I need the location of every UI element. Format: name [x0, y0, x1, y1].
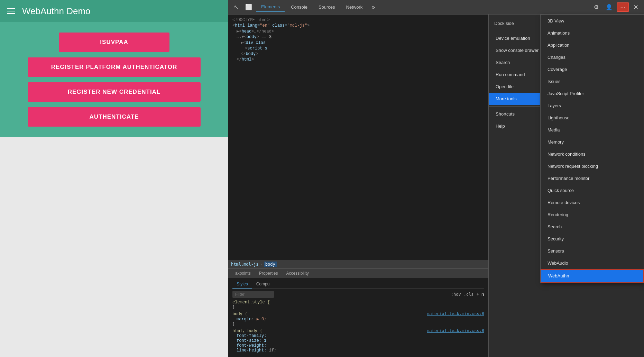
register-credential-button[interactable]: REGISTER NEW CREDENTIAL	[28, 82, 201, 102]
html-line-8: </html>	[232, 57, 484, 62]
profile-button[interactable]: 👤	[603, 2, 615, 12]
html-line-3: ▶<head>…</head>	[232, 28, 484, 34]
app-toolbar: WebAuthn Demo	[0, 0, 228, 22]
submenu-webauthn[interactable]: WebAuthn	[541, 269, 644, 283]
isuvpaa-button[interactable]: ISUVPAA	[59, 33, 169, 52]
bottom-tabs-bar: akpoints Properties Accessibility	[228, 269, 488, 278]
html-line-6: <script s	[232, 46, 484, 51]
settings-button[interactable]: ⚙	[591, 2, 601, 12]
css-rule-element-style: element.style { }	[232, 300, 484, 310]
css-rule-body: body { material.te…k.min.css:8 margin: ▶…	[232, 312, 484, 327]
submenu-remote-devices[interactable]: Remote devices	[541, 196, 644, 209]
html-source: <!DOCTYPE html> <html lang="en" class="m…	[228, 15, 488, 260]
html-line-2: <html lang="en" class="mdl-js">	[232, 23, 484, 28]
styles-tab-styles[interactable]: Styles	[232, 280, 252, 289]
add-style-button[interactable]: +	[477, 292, 479, 297]
submenu-search[interactable]: Search	[541, 221, 644, 233]
submenu-webaudio[interactable]: WebAudio	[541, 257, 644, 269]
device-icon-button[interactable]: ⬜	[242, 2, 255, 12]
submenu-performance-monitor[interactable]: Performance monitor	[541, 172, 644, 184]
more-tabs-button[interactable]: »	[369, 2, 378, 12]
submenu-animations[interactable]: Animations	[541, 27, 644, 39]
html-line-7: </body>	[232, 51, 484, 57]
devtools-topbar-right: ⚙ 👤 ⋯ ✕	[591, 2, 641, 12]
cls-button[interactable]: .cls	[464, 292, 474, 297]
submenu-3d-view[interactable]: 3D View	[541, 15, 644, 27]
app-area: WebAuthn Demo ISUVPAA REGISTER PLATFORM …	[0, 0, 228, 357]
submenu-network-request-blocking[interactable]: Network request blocking	[541, 160, 644, 172]
submenu-coverage[interactable]: Coverage	[541, 63, 644, 75]
submenu-application[interactable]: Application	[541, 39, 644, 51]
breakpoints-tab[interactable]: akpoints	[231, 269, 255, 278]
css-source-2[interactable]: material.te…k.min.css:8	[427, 329, 484, 333]
more-tools-submenu: 3D View Animations Application Changes C…	[540, 15, 644, 283]
styles-tabs: Styles Compu	[232, 280, 484, 289]
close-devtools-button[interactable]: ✕	[631, 2, 641, 12]
submenu-network-conditions[interactable]: Network conditions	[541, 148, 644, 160]
breadcrumb-body[interactable]: body	[264, 262, 277, 267]
submenu-security[interactable]: Security	[541, 233, 644, 245]
submenu-js-profiler[interactable]: JavaScript Profiler	[541, 88, 644, 100]
submenu-lighthouse[interactable]: Lighthouse	[541, 112, 644, 124]
styles-panel: Styles Compu :hov .cls + ◨ element.style…	[228, 278, 488, 357]
accessibility-tab[interactable]: Accessibility	[282, 269, 313, 278]
app-title: WebAuthn Demo	[22, 6, 91, 17]
submenu-rendering[interactable]: Rendering	[541, 209, 644, 221]
submenu-memory[interactable]: Memory	[541, 136, 644, 148]
properties-tab[interactable]: Properties	[255, 269, 282, 278]
submenu-media[interactable]: Media	[541, 124, 644, 136]
devtools-topbar: ↖ ⬜ Elements Console Sources Network » ⚙…	[228, 0, 644, 15]
hamburger-icon[interactable]	[7, 8, 15, 14]
breadcrumb-html[interactable]: html.mdl-js	[231, 262, 258, 267]
submenu-quick-source[interactable]: Quick source	[541, 184, 644, 196]
cursor-icon-button[interactable]: ↖	[231, 2, 241, 12]
styles-toolbar: :hov .cls + ◨	[232, 291, 484, 298]
html-line-1: <!DOCTYPE html>	[232, 17, 484, 23]
app-content-area	[0, 137, 228, 357]
hov-button[interactable]: :hov	[451, 292, 461, 297]
tab-elements[interactable]: Elements	[256, 2, 285, 12]
devtools-panel: ↖ ⬜ Elements Console Sources Network » ⚙…	[228, 0, 644, 357]
tab-network[interactable]: Network	[341, 2, 368, 12]
toggle-sidebar-button[interactable]: ◨	[482, 292, 484, 297]
styles-tab-computed[interactable]: Compu	[252, 280, 274, 289]
filter-input[interactable]	[232, 291, 274, 298]
styles-toolbar-right: :hov .cls + ◨	[451, 292, 484, 297]
submenu-issues[interactable]: Issues	[541, 75, 644, 88]
customize-devtools-button[interactable]: ⋯	[617, 2, 629, 12]
tab-console[interactable]: Console	[286, 2, 312, 12]
devtools-left: <!DOCTYPE html> <html lang="en" class="m…	[228, 15, 488, 357]
html-line-5: ▶<div clas	[232, 40, 484, 46]
css-rule-html-body: html, body { material.te…k.min.css:8 fon…	[232, 329, 484, 353]
dock-side-label: Dock side	[494, 21, 514, 26]
submenu-layers[interactable]: Layers	[541, 100, 644, 112]
submenu-sensors[interactable]: Sensors	[541, 245, 644, 257]
html-line-4: ….▼<body> == $	[232, 34, 484, 40]
app-buttons: ISUVPAA REGISTER PLATFORM AUTHENTICATOR …	[0, 22, 228, 137]
tab-sources[interactable]: Sources	[314, 2, 340, 12]
authenticate-button[interactable]: AUTHENTICATE	[28, 107, 201, 127]
breadcrumb-bar: html.mdl-js › body	[228, 260, 488, 269]
register-platform-button[interactable]: REGISTER PLATFORM AUTHENTICATOR	[28, 57, 201, 77]
css-source-1[interactable]: material.te…k.min.css:8	[427, 312, 484, 317]
submenu-changes[interactable]: Changes	[541, 51, 644, 63]
